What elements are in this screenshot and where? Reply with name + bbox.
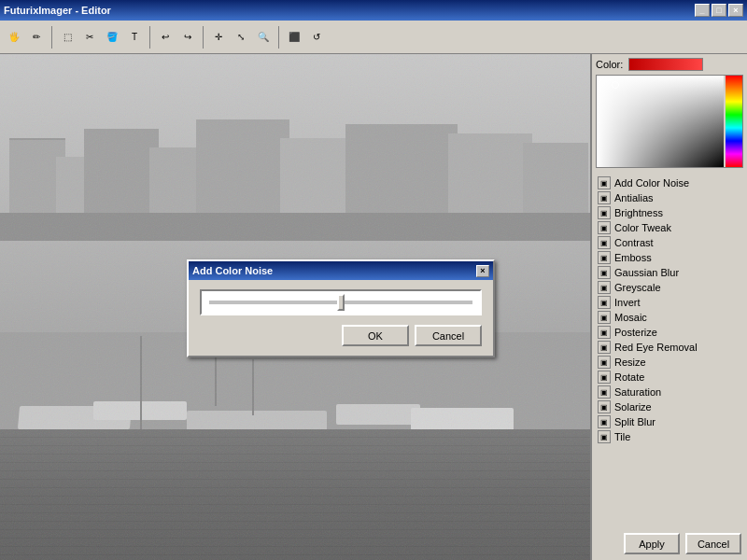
filter-item-antialias[interactable]: ▣Antialias <box>596 190 743 205</box>
minimize-button[interactable]: _ <box>695 4 710 17</box>
tool-fill[interactable]: 🪣 <box>102 27 122 48</box>
maximize-button[interactable]: □ <box>712 4 726 17</box>
close-button[interactable]: × <box>728 4 743 17</box>
filter-icon-tile: ▣ <box>598 430 611 443</box>
window-controls: _ □ × <box>695 4 743 17</box>
color-label-row: Color: <box>596 58 743 71</box>
tool-move[interactable]: ✛ <box>208 27 229 48</box>
filter-icon-brightness: ▣ <box>598 206 611 219</box>
filter-label: Emboss <box>614 252 652 263</box>
filter-label: Rotate <box>614 371 644 383</box>
dialog-close-button[interactable]: × <box>476 265 489 277</box>
filter-icon-saturation: ▣ <box>598 385 611 399</box>
building-9 <box>523 143 588 213</box>
filter-icon-rotate: ▣ <box>598 371 611 384</box>
panel-bottom-buttons: Apply Cancel <box>596 529 743 556</box>
filter-label: Greyscale <box>614 282 661 293</box>
tool-pointer[interactable]: 🖐 <box>4 27 24 48</box>
noise-slider-thumb[interactable] <box>337 294 345 311</box>
filter-item-rotate[interactable]: ▣Rotate <box>596 370 743 385</box>
filter-label: Split Blur <box>614 416 655 427</box>
toolbar-separator-2 <box>149 26 150 49</box>
tool-select[interactable]: ⬚ <box>57 27 78 48</box>
filter-item-invert[interactable]: ▣Invert <box>596 295 743 310</box>
toolbar: 🖐 ✏ ⬚ ✂ 🪣 T ↩ ↪ ✛ ⤡ 🔍 ⬛ ↺ <box>0 21 747 54</box>
tool-redo[interactable]: ↪ <box>177 27 198 48</box>
color-swatch[interactable] <box>628 58 703 71</box>
tool-pencil[interactable]: ✏ <box>26 27 47 48</box>
tool-text[interactable]: T <box>124 27 145 48</box>
add-color-noise-dialog: Add Color Noise × OK Cancel <box>187 259 495 357</box>
filter-item-resize[interactable]: ▣Resize <box>596 355 743 370</box>
building-3 <box>84 129 159 213</box>
filter-icon-mosaic: ▣ <box>598 311 611 324</box>
main-area: Add Color Noise × OK Cancel Color: <box>0 54 747 560</box>
filter-icon-emboss: ▣ <box>598 251 611 264</box>
toolbar-separator-1 <box>51 26 52 49</box>
dialog-ok-button[interactable]: OK <box>342 325 409 346</box>
tool-zoom[interactable]: 🔍 <box>253 27 274 48</box>
building-7 <box>345 124 458 213</box>
filter-label: Gaussian Blur <box>614 267 679 278</box>
tool-crop[interactable]: ✂ <box>79 27 100 48</box>
filter-label: Solarize <box>614 401 652 413</box>
filter-item-brightness[interactable]: ▣Brightness <box>596 205 743 220</box>
filter-item-posterize[interactable]: ▣Posterize <box>596 325 743 340</box>
filter-label: Color Tweak <box>614 222 671 233</box>
filter-label: Saturation <box>614 386 661 398</box>
mast-3 <box>140 336 142 429</box>
filter-label: Invert <box>614 297 641 308</box>
filter-item-contrast[interactable]: ▣Contrast <box>596 235 743 250</box>
tool-misc1[interactable]: ⬛ <box>284 27 304 48</box>
filter-item-add-color-noise[interactable]: ▣Add Color Noise <box>596 175 743 190</box>
filter-label: Add Color Noise <box>614 177 689 189</box>
filter-label: Contrast <box>614 237 654 248</box>
filter-item-gaussian-blur[interactable]: ▣Gaussian Blur <box>596 265 743 280</box>
filter-label: Resize <box>614 357 646 368</box>
filter-item-greyscale[interactable]: ▣Greyscale <box>596 280 743 295</box>
apply-button[interactable]: Apply <box>624 533 680 554</box>
dialog-title-text: Add Color Noise <box>192 265 273 276</box>
app-title: FuturixImager - Editor <box>4 5 111 16</box>
color-gradient-overlay <box>597 76 724 167</box>
color-section: Color: <box>596 58 743 168</box>
filter-icon-gaussian-blur: ▣ <box>598 266 611 279</box>
noise-slider-track <box>209 301 472 304</box>
water-layer <box>0 429 590 560</box>
tool-undo[interactable]: ↩ <box>155 27 176 48</box>
filter-item-red-eye-removal[interactable]: ▣Red Eye Removal <box>596 340 743 355</box>
filter-label: Posterize <box>614 327 657 338</box>
filter-item-solarize[interactable]: ▣Solarize <box>596 399 743 414</box>
toolbar-separator-4 <box>278 26 279 49</box>
filter-item-saturation[interactable]: ▣Saturation <box>596 385 743 399</box>
filter-item-color-tweak[interactable]: ▣Color Tweak <box>596 220 743 235</box>
dialog-buttons: OK Cancel <box>200 325 482 346</box>
filter-item-tile[interactable]: ▣Tile <box>596 429 743 444</box>
filter-icon-red-eye-removal: ▣ <box>598 341 611 354</box>
filter-icon-antialias: ▣ <box>598 191 611 204</box>
dialog-cancel-button[interactable]: Cancel <box>415 325 482 346</box>
color-label: Color: <box>596 59 623 70</box>
buildings-layer <box>0 91 590 213</box>
building-5 <box>196 119 289 213</box>
filter-icon-invert: ▣ <box>598 296 611 309</box>
tool-misc2[interactable]: ↺ <box>306 27 327 48</box>
filter-icon-resize: ▣ <box>598 356 611 369</box>
cancel-button[interactable]: Cancel <box>685 533 741 554</box>
color-picker[interactable] <box>596 75 743 168</box>
right-panel: Color: ▣Add Color Noise▣Antialias▣Bright… <box>590 54 747 560</box>
filter-label: Mosaic <box>614 312 647 323</box>
dialog-body: OK Cancel <box>189 280 493 356</box>
hue-bar[interactable] <box>726 76 742 167</box>
filter-icon-add-color-noise: ▣ <box>598 176 611 189</box>
filter-item-split-blur[interactable]: ▣Split Blur <box>596 414 743 429</box>
title-bar: FuturixImager - Editor _ □ × <box>0 0 747 21</box>
dock-layer <box>0 213 590 241</box>
filter-item-mosaic[interactable]: ▣Mosaic <box>596 310 743 325</box>
noise-slider-container[interactable] <box>200 289 482 315</box>
canvas-area[interactable]: Add Color Noise × OK Cancel <box>0 54 590 560</box>
filter-icon-solarize: ▣ <box>598 400 611 413</box>
filter-icon-split-blur: ▣ <box>598 415 611 428</box>
filter-item-emboss[interactable]: ▣Emboss <box>596 250 743 265</box>
tool-transform[interactable]: ⤡ <box>231 27 251 48</box>
